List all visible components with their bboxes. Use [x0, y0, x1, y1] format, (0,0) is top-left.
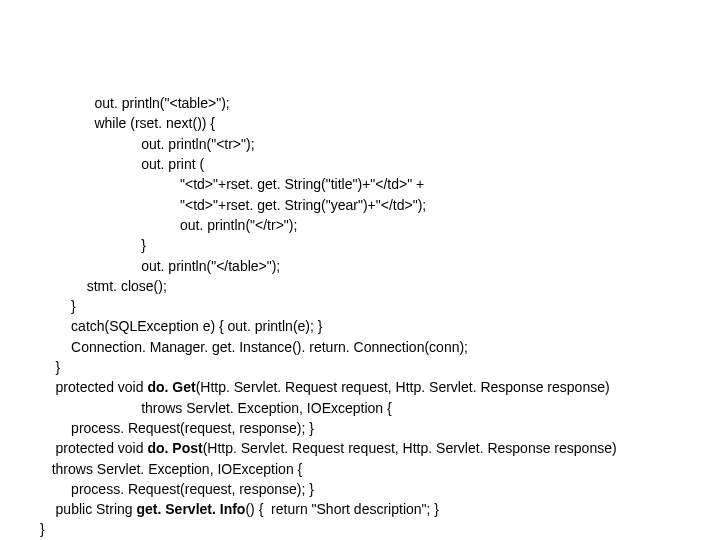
code-text: protected void — [40, 379, 147, 395]
code-bold: do. Get — [147, 379, 195, 395]
code-line: out. println("<tr>"); — [40, 134, 720, 154]
code-text: public String — [40, 501, 137, 517]
code-line: } — [40, 519, 720, 539]
code-text: () { return "Short description"; } — [245, 501, 439, 517]
code-bold: do. Post — [147, 440, 202, 456]
code-line: throws Servlet. Exception, IOException { — [40, 398, 720, 418]
code-bold: get. Servlet. Info — [137, 501, 246, 517]
code-text: protected void — [40, 440, 147, 456]
code-text: (Http. Servlet. Request request, Http. S… — [203, 440, 617, 456]
code-line: } — [40, 296, 720, 316]
code-line: Connection. Manager. get. Instance(). re… — [40, 337, 720, 357]
code-line: } — [40, 357, 720, 377]
code-line: public String get. Servlet. Info() { ret… — [40, 499, 720, 519]
code-line: out. println("<table>"); — [40, 93, 720, 113]
code-line: out. print ( — [40, 154, 720, 174]
code-line: } — [40, 235, 720, 255]
code-line: throws Servlet. Exception, IOException { — [40, 459, 720, 479]
code-line: protected void do. Post(Http. Servlet. R… — [40, 438, 720, 458]
code-line: stmt. close(); — [40, 276, 720, 296]
code-line: while (rset. next()) { — [40, 113, 720, 133]
code-line: "<td>"+rset. get. String("year")+"</td>"… — [40, 195, 720, 215]
code-line: out. println("</tr>"); — [40, 215, 720, 235]
code-line: process. Request(request, response); } — [40, 418, 720, 438]
code-line: protected void do. Get(Http. Servlet. Re… — [40, 377, 720, 397]
code-block: out. println("<table>"); while (rset. ne… — [40, 93, 720, 540]
code-line: out. println("</table>"); — [40, 256, 720, 276]
code-text: (Http. Servlet. Request request, Http. S… — [196, 379, 610, 395]
code-line: "<td>"+rset. get. String("title")+"</td>… — [40, 174, 720, 194]
code-line: process. Request(request, response); } — [40, 479, 720, 499]
code-line: catch(SQLException e) { out. println(e);… — [40, 316, 720, 336]
